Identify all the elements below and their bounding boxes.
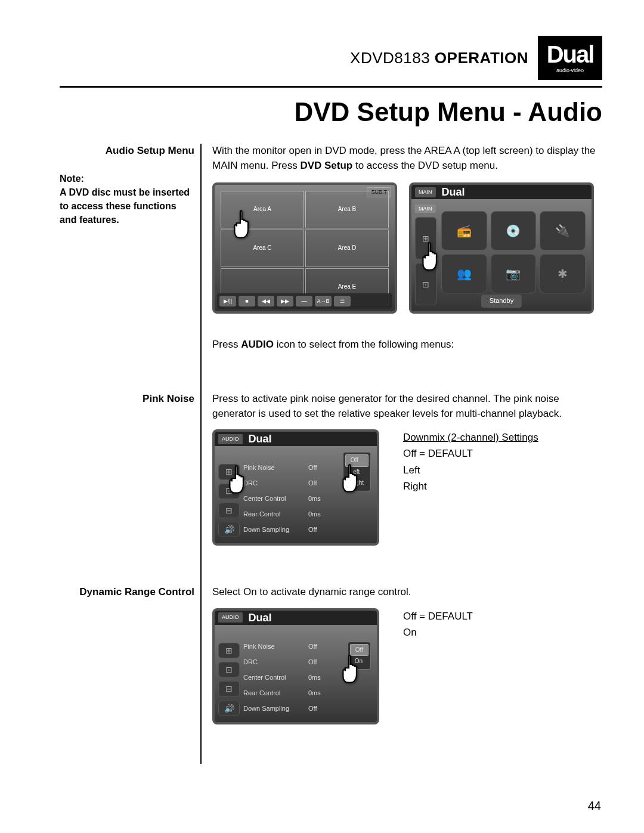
header-rule: [60, 86, 602, 88]
logo-small: Dual: [249, 431, 272, 447]
setting-option: Left: [403, 462, 538, 478]
side-icon: ⊟: [218, 681, 240, 696]
downmix-settings: Downmix (2-channel) Settings Off = DEFAU…: [403, 429, 538, 494]
operation-title: XDVD8183 OPERATION: [350, 49, 528, 67]
operation-word: OPERATION: [435, 49, 528, 67]
main-tab-2: MAIN: [415, 205, 436, 213]
note-body: A DVD disc must be inserted to access th…: [60, 185, 194, 227]
drc-menu-screenshot: AUDIO Dual ⊞ ⊡ ⊟ 🔊 Pink NoiseOff DRCOff …: [212, 608, 379, 724]
stop-btn: ■: [239, 296, 255, 306]
hand-pointer-icon: [225, 464, 253, 495]
ab-btn: A→B: [315, 296, 332, 306]
page-header: XDVD8183 OPERATION Dual audio·video: [60, 36, 602, 80]
logo-small: Dual: [249, 610, 272, 625]
menu-row: Down SamplingOff: [243, 701, 372, 717]
press-audio-line: Press AUDIO icon to select from the foll…: [212, 337, 602, 352]
page-number: 44: [588, 799, 601, 813]
logo-small: Dual: [442, 184, 465, 200]
setting-option: Right: [403, 478, 538, 494]
menu-row: Rear Control0ms: [243, 507, 372, 522]
people-icon: 👥: [441, 254, 487, 293]
dash-btn: —: [296, 296, 312, 306]
downmix-title: Downmix (2-channel) Settings: [403, 429, 538, 445]
area-b: Area B: [305, 191, 389, 228]
hand-pointer-icon: [339, 463, 366, 494]
menu-row: Down SamplingOff: [243, 522, 372, 538]
rew-btn: ◀◀: [258, 296, 274, 306]
dvd-area-screenshot: SUB.T Area A Area B Area C Area D Area E…: [212, 182, 397, 314]
drc-label: Dynamic Range Control: [60, 585, 194, 600]
model-number: XDVD8183: [350, 49, 430, 67]
hand-pointer-icon: [419, 241, 446, 272]
main-tab: MAIN: [415, 187, 436, 197]
playback-controls: ▶/|| ■ ◀◀ ▶▶ — A→B ☰: [217, 293, 392, 309]
logo-text: Dual: [547, 42, 594, 66]
side-icon: ⊡: [218, 662, 240, 677]
audio-setup-body: With the monitor open in DVD mode, press…: [212, 144, 602, 173]
pink-noise-body: Press to activate pink noise generator f…: [212, 392, 602, 421]
pink-noise-menu-screenshot: AUDIO Dual ⊞ ⊡ ⊟ 🔊 Pink NoiseOff DRCOff …: [212, 429, 379, 546]
side-icon: 🔊: [218, 701, 240, 716]
ff-btn: ▶▶: [277, 296, 293, 306]
side-icon: ⊞: [218, 643, 240, 658]
ipod-icon: 🔌: [540, 211, 586, 250]
bluetooth-icon: ✱: [540, 254, 586, 293]
hand-pointer-icon: [230, 209, 258, 240]
area-d: Area D: [305, 230, 389, 267]
setting-option: Off = DEFAULT: [403, 445, 538, 462]
vertical-divider: [200, 144, 202, 764]
hand-pointer-icon: [339, 654, 366, 685]
setting-option: On: [403, 624, 473, 640]
audio-tab: AUDIO: [218, 612, 243, 623]
main-menu-screenshot: MAIN Dual MAIN ⊞ ⊡ 📻 💿 🔌 👥: [409, 182, 594, 314]
side-icon: ⊟: [218, 503, 240, 518]
logo-subtext: audio·video: [556, 67, 584, 73]
setting-option: Off = DEFAULT: [403, 608, 473, 624]
menu-btn: ☰: [334, 296, 351, 306]
camera-icon: 📷: [491, 254, 537, 293]
drc-body: Select On to activate dynamic range cont…: [212, 585, 602, 600]
standby-button: Standby: [481, 295, 522, 308]
note-title: Note:: [60, 172, 194, 185]
dual-logo: Dual audio·video: [538, 36, 602, 80]
drc-settings: Off = DEFAULT On: [403, 608, 473, 640]
audio-setup-label: Audio Setup Menu: [60, 144, 194, 159]
disc-icon: 💿: [491, 211, 537, 250]
pink-noise-label: Pink Noise: [60, 392, 194, 407]
page-title: DVD Setup Menu - Audio: [60, 97, 602, 127]
play-pause-btn: ▶/||: [219, 296, 236, 306]
audio-tab: AUDIO: [218, 434, 243, 444]
radio-icon: 📻: [441, 211, 487, 250]
side-icon: 🔊: [218, 522, 240, 537]
menu-row: Rear Control0ms: [243, 686, 372, 701]
